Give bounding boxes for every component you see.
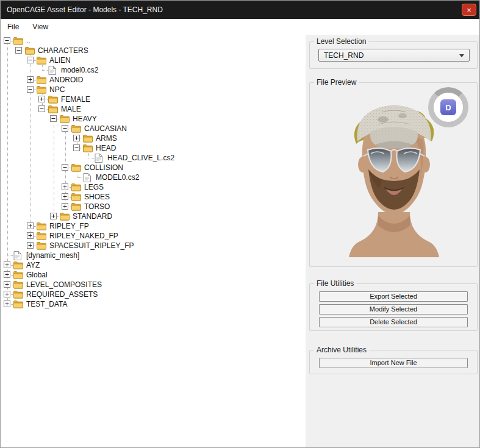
tree-item-head[interactable]: HEAD [2,143,306,153]
tree-expander[interactable] [50,213,57,219]
tree-expander[interactable] [62,203,68,210]
tree-item-label: .. [24,37,32,45]
tree-expander[interactable] [62,183,68,190]
delete-selected-button[interactable]: Delete Selected [319,317,468,327]
folder-icon [71,124,82,133]
folder-icon [83,133,94,143]
tree-item-label: HEAD_CLIVE_L.cs2 [106,154,176,162]
loader-icon: D [440,99,456,115]
folder-icon [71,163,82,172]
tree-expander[interactable] [27,76,34,83]
asset-tree: .. CHARACTERS ALIEN model0.cs2 ANDROID N… [1,35,306,447]
tree-expander[interactable] [50,115,57,122]
file-icon [83,172,94,182]
tree-expander[interactable] [4,281,10,288]
tree-item-dynamic-mesh[interactable]: [dynamic_mesh] [2,251,306,260]
tree-item-npc[interactable]: NPC [2,85,306,94]
tree-item-caucasian[interactable]: CAUCASIAN [2,124,306,133]
window-title: OpenCAGE Asset Editor - Models - TECH_RN… [1,5,163,14]
menu-view[interactable]: View [26,20,55,34]
tree-expander[interactable] [27,57,34,63]
tree-expander[interactable] [38,96,45,102]
modify-selected-button[interactable]: Modify Selected [319,304,468,315]
file-utilities-buttons: Export SelectedModify SelectedDelete Sel… [319,291,468,327]
tree-expander[interactable] [73,144,80,151]
tree-item-label: TORSO [82,202,112,211]
folder-icon [37,241,48,251]
import-new-file-button[interactable]: Import New File [319,358,468,368]
tree-item-ripley-naked-fp[interactable]: RIPLEY_NAKED_FP [2,231,306,241]
folder-icon [48,104,59,114]
tree-expander[interactable] [62,164,68,171]
tree-expander[interactable] [4,37,10,44]
folder-icon [37,231,48,241]
tree-item-ayz[interactable]: AYZ [2,260,306,270]
tree-item-label: [dynamic_mesh] [24,251,81,260]
tree-item-android[interactable]: ANDROID [2,75,306,85]
tree-item-label: MALE [59,105,83,113]
level-selection-title: Level Selection [314,37,368,46]
folder-icon [83,143,94,153]
tree-item-label: RIPLEY_NAKED_FP [48,232,120,240]
tree-item-collision[interactable]: COLLISION [2,163,306,172]
tree-expander[interactable] [38,105,45,112]
tree-item-alien[interactable]: ALIEN [2,55,306,65]
tree-item-standard[interactable]: STANDARD [2,212,306,221]
folder-icon [37,221,48,231]
tree-item-male[interactable]: MALE [2,104,306,114]
tree-item-model0-cs2[interactable]: model0.cs2 [2,65,306,75]
tree-item-label: LEGS [82,183,106,191]
tree-item-spacesuit-ripley-fp[interactable]: SPACESUIT_RIPLEY_FP [2,241,306,251]
menu-file[interactable]: File [1,20,26,34]
folder-icon [13,299,24,309]
tree-item-label: SPACESUIT_RIPLEY_FP [48,241,136,250]
tree-item-label: CHARACTERS [36,46,90,55]
folder-icon [13,270,24,280]
tree-item-ripley-fp[interactable]: RIPLEY_FP [2,221,306,231]
tree-item-test-data[interactable]: TEST_DATA [2,299,306,309]
tree-item-required-assets[interactable]: REQUIRED_ASSETS [2,290,306,299]
tree-item-legs[interactable]: LEGS [2,182,306,192]
level-select-dropdown[interactable]: TECH_RND [318,49,470,62]
tree-item-female[interactable]: FEMALE [2,94,306,104]
folder-icon [37,85,48,94]
file-preview-group: File Preview [309,82,478,267]
tree-item-level-composites[interactable]: LEVEL_COMPOSITES [2,280,306,290]
tree-item-up[interactable]: .. [2,36,306,46]
tree-item-heavy[interactable]: HEAVY [2,114,306,124]
tree-expander[interactable] [73,135,80,141]
tree-item-torso[interactable]: TORSO [2,202,306,212]
tree-expander[interactable] [4,271,10,278]
tree-expander[interactable] [62,125,68,132]
tree-expander[interactable] [27,232,34,239]
tree-expander[interactable] [4,261,10,268]
loader-glyph: D [445,103,451,112]
tree-item-label: ANDROID [48,76,85,84]
folder-icon [60,114,71,124]
tree-item-label: HEAD [94,144,118,152]
folder-icon [13,260,24,270]
close-button[interactable]: × [462,4,476,16]
tree-item-label: CAUCASIAN [82,124,129,133]
tree-expander[interactable] [27,242,34,249]
tree-expander[interactable] [4,300,10,307]
tree-item-head-clive-l-cs2[interactable]: HEAD_CLIVE_L.cs2 [2,153,306,163]
tree-expander[interactable] [62,193,68,200]
tree-item-global[interactable]: Global [2,270,306,280]
level-select-value: TECH_RND [324,51,364,60]
tree-item-arms[interactable]: ARMS [2,133,306,143]
tree-item-label: COLLISION [82,163,125,172]
tree-expander[interactable] [27,222,34,229]
tree-item-model0-cs2[interactable]: MODEL0.cs2 [2,172,306,182]
menu-bar: File View [1,19,479,35]
tree-item-label: SHOES [82,193,112,201]
tree-expander[interactable] [15,47,22,54]
tree-expander[interactable] [27,86,34,93]
file-icon [95,153,106,163]
tree-item-shoes[interactable]: SHOES [2,192,306,202]
tree-expander[interactable] [4,291,10,297]
export-selected-button[interactable]: Export Selected [319,291,468,302]
tree-item-characters[interactable]: CHARACTERS [2,46,306,55]
tree-item-label: RIPLEY_FP [48,222,91,230]
tree-item-label: TEST_DATA [24,300,70,308]
